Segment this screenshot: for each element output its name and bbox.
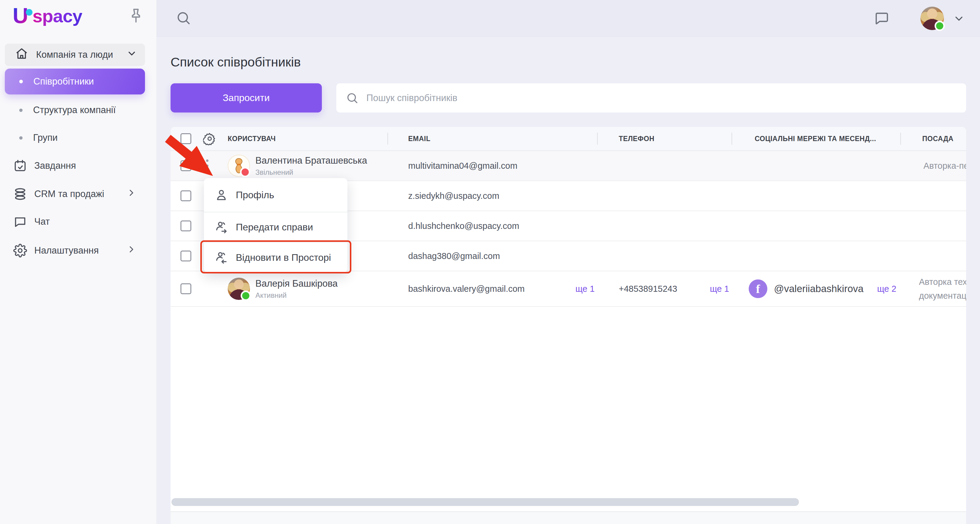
- gear-icon: [13, 244, 27, 258]
- user-cell: Валентина Браташевська Звільнений: [255, 155, 367, 177]
- employee-email: multivitamina04@gmail.com: [408, 161, 517, 171]
- select-all-checkbox[interactable]: [180, 133, 191, 144]
- bullet-icon: [19, 136, 22, 140]
- employee-status: Активний: [255, 291, 338, 299]
- chat-bubble-icon: [13, 215, 27, 229]
- row-context-menu: Профіль Передати справи Відновити в Прос…: [204, 178, 347, 272]
- sidebar-item-label: Налаштування: [34, 245, 99, 256]
- column-divider: [387, 133, 388, 145]
- table-footer-strip: [170, 512, 966, 524]
- chevron-down-icon: [126, 48, 137, 61]
- employee-email: z.siedykh@uspacy.com: [408, 191, 500, 201]
- sidebar-item-label: Структура компанії: [33, 105, 116, 116]
- menu-item-label: Передати справи: [236, 222, 313, 233]
- menu-item-label: Відновити в Просторі: [236, 252, 331, 263]
- sidebar-item-settings[interactable]: Налаштування: [0, 237, 156, 264]
- sidebar-item-groups[interactable]: Групи: [0, 124, 156, 151]
- status-dot-active: [241, 291, 251, 301]
- pin-icon: [127, 21, 145, 25]
- logo-wordmark: spacy: [32, 6, 82, 27]
- avatar-peanut-sticker: [228, 154, 250, 177]
- table-row-employee[interactable]: Валентина Браташевська Звільнений multiv…: [170, 151, 966, 181]
- global-search-button[interactable]: [175, 10, 192, 27]
- bullet-icon: [19, 108, 22, 112]
- uspacy-logo[interactable]: U spacy: [13, 6, 82, 27]
- sidebar-item-label: Завдання: [34, 160, 76, 171]
- column-header-email[interactable]: EMAIL: [408, 135, 430, 143]
- sidebar-item-label: Співробітники: [33, 76, 94, 87]
- employee-position: Авторка-пе: [923, 161, 966, 171]
- column-header-position[interactable]: ПОСАДА: [922, 135, 953, 143]
- user-avatar[interactable]: [920, 6, 944, 30]
- column-divider: [732, 133, 732, 145]
- sidebar-item-crm[interactable]: CRM та продажі: [0, 180, 156, 208]
- employee-name: Валентина Браташевська: [255, 155, 367, 166]
- column-divider: [597, 133, 598, 145]
- employee-email: bashkirova.valery@gmail.com: [408, 284, 525, 294]
- sidebar-item-label: CRM та продажі: [34, 189, 104, 199]
- phone-more-link[interactable]: ще 1: [710, 284, 729, 294]
- row-checkbox[interactable]: [180, 284, 191, 294]
- menu-item-label: Профіль: [236, 190, 274, 201]
- employee-status: Звільнений: [255, 168, 367, 177]
- employee-search-box: [336, 83, 966, 113]
- kebab-menu-icon[interactable]: [204, 158, 210, 174]
- horizontal-scrollbar-thumb[interactable]: [172, 498, 799, 506]
- calendar-check-icon: [13, 159, 27, 173]
- column-header-user[interactable]: КОРИСТУВАЧ: [228, 135, 276, 143]
- employee-search-input[interactable]: [366, 92, 957, 104]
- email-more-link[interactable]: ще 1: [576, 284, 595, 294]
- facebook-icon[interactable]: f: [749, 279, 767, 298]
- row-checkbox[interactable]: [180, 250, 191, 261]
- table-header-row: КОРИСТУВАЧ EMAIL ТЕЛЕФОН СОЦІАЛЬНІ МЕРЕЖ…: [170, 127, 966, 151]
- employee-name: Валерія Башкірова: [255, 278, 338, 289]
- logo-dot: [26, 9, 32, 16]
- uspacy-app-window: U spacy Компанія та люди Сп: [0, 0, 980, 524]
- column-divider: [900, 133, 901, 145]
- page-title: Список співробітників: [170, 55, 301, 70]
- row-checkbox[interactable]: [180, 190, 191, 201]
- column-header-social[interactable]: СОЦІАЛЬНІ МЕРЕЖІ ТА МЕСЕНД...: [755, 135, 876, 143]
- home-icon: [15, 47, 28, 62]
- sidebar-item-chat[interactable]: Чат: [0, 208, 156, 236]
- topbar: [156, 0, 980, 37]
- invite-button[interactable]: Запросити: [170, 83, 322, 113]
- social-more-link[interactable]: ще 2: [877, 284, 896, 294]
- row-checkbox[interactable]: [180, 160, 191, 171]
- sidebar-item-employees[interactable]: Співробітники: [5, 68, 145, 94]
- employee-email: dashag380@gmail.com: [408, 251, 500, 261]
- sidebar-item-company-structure[interactable]: Структура компанії: [0, 96, 156, 124]
- context-menu-item-profile[interactable]: Профіль: [204, 178, 347, 212]
- user-arrow-left-icon: [215, 251, 228, 264]
- user-arrow-right-icon: [215, 220, 228, 234]
- social-handle[interactable]: @valeriiabashkirova: [774, 283, 864, 295]
- sidebar-item-label: Групи: [33, 132, 58, 143]
- sidebar-section-label: Компанія та люди: [36, 49, 113, 60]
- messages-button[interactable]: [873, 10, 890, 27]
- online-status-dot: [935, 21, 945, 31]
- sidebar-section-company-people[interactable]: Компанія та люди: [5, 44, 145, 66]
- column-header-phone[interactable]: ТЕЛЕФОН: [619, 135, 654, 143]
- search-icon: [175, 23, 192, 27]
- row-checkbox[interactable]: [180, 220, 191, 231]
- database-icon: [13, 187, 27, 201]
- sidebar-item-tasks[interactable]: Завдання: [0, 152, 156, 180]
- table-settings-gear-icon[interactable]: [203, 132, 216, 145]
- chat-bubble-icon: [873, 23, 890, 27]
- logo-letter-u: U: [13, 6, 28, 25]
- context-menu-item-transfer[interactable]: Передати справи: [204, 212, 347, 242]
- user-icon: [215, 188, 228, 202]
- chevron-down-icon: [953, 21, 965, 25]
- employee-email: d.hlushchenko@uspacy.com: [408, 221, 519, 231]
- sidebar-item-label: Чат: [34, 216, 49, 227]
- bullet-icon: [19, 80, 23, 83]
- chevron-right-icon: [126, 188, 137, 200]
- profile-menu-chevron[interactable]: [953, 13, 965, 25]
- table-row-employee[interactable]: Валерія Башкірова Активний bashkirova.va…: [170, 271, 966, 307]
- pin-sidebar-button[interactable]: [127, 7, 145, 24]
- user-cell: Валерія Башкірова Активний: [255, 278, 338, 299]
- status-dot-dismissed: [240, 167, 250, 177]
- employee-phone: +48538915243: [619, 284, 677, 294]
- chevron-right-icon: [126, 244, 137, 257]
- context-menu-item-restore[interactable]: Відновити в Просторі: [204, 242, 347, 272]
